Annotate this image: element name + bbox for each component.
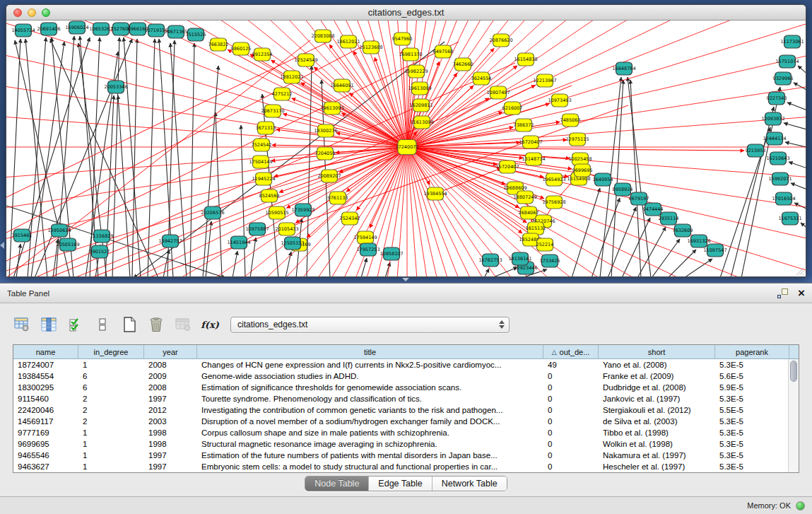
select-all-rows-icon[interactable] xyxy=(66,315,85,334)
graph-node[interactable]: 9860125 xyxy=(231,42,252,55)
graph-node[interactable]: 19756928 xyxy=(542,196,565,209)
table-row[interactable]: 946362711997Embryonic stem cells: a mode… xyxy=(13,461,788,472)
graph-node[interactable]: 6679197 xyxy=(629,192,649,205)
graph-node[interactable]: 10025458 xyxy=(568,153,592,165)
column-header-short[interactable]: short xyxy=(599,345,715,359)
float-panel-icon[interactable] xyxy=(777,288,788,298)
graph-node[interactable]: 7462660 xyxy=(453,58,473,71)
graph-node[interactable]: 5901527 xyxy=(90,245,110,258)
delete-columns-icon[interactable] xyxy=(147,315,165,334)
graph-node[interactable]: 9227343 xyxy=(767,92,787,105)
graph-node[interactable]: 252214 xyxy=(536,238,554,251)
graph-node[interactable]: 18812021 xyxy=(280,71,303,83)
graph-node[interactable]: 8524569 xyxy=(259,189,280,202)
graph-node[interactable]: 20206576 xyxy=(201,206,224,219)
graph-node[interactable]: 16210643 xyxy=(766,152,789,165)
table-row[interactable]: 977716911998Corpus callosum shape and si… xyxy=(13,427,788,438)
graph-node[interactable]: 7524542 xyxy=(252,139,272,151)
graph-node[interactable]: 9215953 xyxy=(746,144,766,157)
graph-node[interactable]: 17594149 xyxy=(353,231,377,244)
graph-node[interactable]: 16906024 xyxy=(65,21,88,34)
graph-node[interactable]: 12213967 xyxy=(533,74,556,87)
graph-node[interactable]: 6497568 xyxy=(433,45,454,58)
graph-node[interactable]: 16981370 xyxy=(399,48,422,61)
graph-node[interactable]: 11451944 xyxy=(227,236,250,249)
network-canvas[interactable]: 1252454918812021427521220673170367131375… xyxy=(6,21,806,277)
table-scrollbar[interactable] xyxy=(788,359,799,472)
graph-node[interactable]: 3915461 xyxy=(12,229,33,242)
tab-edge-table[interactable]: Edge Table xyxy=(369,477,432,491)
graph-node[interactable]: 11945224 xyxy=(252,173,275,185)
graph-node[interactable]: 16648784 xyxy=(612,62,635,75)
graph-node[interactable]: 14136141 xyxy=(508,252,531,265)
graph-node[interactable]: 15982229 xyxy=(404,65,428,78)
graph-node[interactable]: 15751074 xyxy=(775,55,799,68)
table-row[interactable]: 1830029562008Estimation of significance … xyxy=(13,382,788,393)
graph-node[interactable]: 7515526 xyxy=(186,28,206,41)
graph-node[interactable]: 7485063 xyxy=(560,114,581,127)
graph-node[interactable]: 15992071 xyxy=(768,173,792,185)
graph-node[interactable]: 7632609 xyxy=(673,224,693,237)
column-header-name[interactable]: name xyxy=(13,345,78,359)
graph-node[interactable]: 12505153 xyxy=(281,237,304,250)
graph-node[interactable]: 18612021 xyxy=(336,35,360,48)
column-header-title[interactable]: title xyxy=(197,345,543,359)
graph-node[interactable]: 9547960 xyxy=(392,33,413,45)
graph-node[interactable]: 1733426 xyxy=(540,255,560,267)
graph-node[interactable]: 19613093 xyxy=(320,102,343,115)
column-edit-icon[interactable] xyxy=(40,315,58,334)
graph-node[interactable]: 20053346 xyxy=(104,81,127,93)
graph-node[interactable]: 10973493 xyxy=(548,94,571,107)
table-row[interactable]: 1456911722003Disruption of a novel membe… xyxy=(13,416,788,427)
graph-node[interactable]: 12975115 xyxy=(565,133,589,146)
graph-node[interactable]: 7663822 xyxy=(208,38,229,51)
graph-node[interactable]: 18300276 xyxy=(314,124,337,137)
graph-node[interactable]: 10958107 xyxy=(379,247,403,260)
close-window-icon[interactable] xyxy=(13,8,22,17)
column-header-pagerank[interactable]: pagerank xyxy=(715,345,789,359)
graph-node[interactable]: 14671365 xyxy=(164,25,187,38)
graph-node[interactable]: 12093832 xyxy=(761,112,784,125)
graph-node[interactable]: 10590515 xyxy=(265,206,288,219)
tab-node-table[interactable]: Node Table xyxy=(305,477,369,491)
column-header-out_de[interactable]: △out_de... xyxy=(543,345,599,359)
graph-node[interactable]: 2935114 xyxy=(659,212,679,225)
graph-node[interactable]: 20105433 xyxy=(275,223,298,235)
graph-node[interactable]: 7204059 xyxy=(315,147,336,160)
graph-node[interactable]: 17240071 xyxy=(395,140,418,155)
graph-node[interactable]: 9474444 xyxy=(643,203,664,216)
graph-node[interactable]: 19613099 xyxy=(408,82,431,95)
graph-node[interactable]: 19654923 xyxy=(542,173,565,186)
graph-node[interactable]: 11613099 xyxy=(410,116,433,129)
zoom-window-icon[interactable] xyxy=(42,8,50,17)
minimize-window-icon[interactable] xyxy=(28,8,36,17)
table-row[interactable]: 2242004622012Investigating the contribut… xyxy=(13,404,788,416)
graph-node[interactable]: 20876620 xyxy=(489,34,512,47)
scrollbar-thumb[interactable] xyxy=(790,361,797,382)
function-builder-icon[interactable]: f(x) xyxy=(201,315,219,334)
graph-node[interactable]: 11173061 xyxy=(780,35,804,48)
graph-node[interactable]: 16646091 xyxy=(330,79,353,92)
graph-node[interactable]: 17359928 xyxy=(291,204,314,216)
graph-node[interactable]: 9761133 xyxy=(328,192,348,204)
graph-node[interactable]: 10975887 xyxy=(245,223,269,235)
graph-node[interactable]: 9329966 xyxy=(773,72,794,85)
graph-node[interactable]: 16782753 xyxy=(478,254,502,267)
graph-node[interactable]: 13950614 xyxy=(47,224,71,237)
table-row[interactable]: 969969511998Structural magnetic resonanc… xyxy=(13,438,788,450)
table-row[interactable]: 911546021997Tourette syndrome. Phenomeno… xyxy=(13,393,788,404)
window-titlebar[interactable]: citations_edges.txt xyxy=(6,5,806,21)
graph-node[interactable]: 13148734 xyxy=(522,153,545,165)
resize-grip-icon[interactable] xyxy=(796,267,804,276)
graph-node[interactable]: 11675311 xyxy=(778,212,801,225)
graph-node[interactable]: 16154838 xyxy=(514,53,537,66)
graph-node[interactable]: 20691406 xyxy=(37,23,60,35)
graph-node[interactable]: 3624554 xyxy=(471,72,492,85)
graph-node[interactable]: 1640954 xyxy=(593,173,613,186)
graph-node[interactable]: 14055724 xyxy=(11,24,35,37)
graph-node[interactable]: 16720407 xyxy=(519,136,542,148)
table-row[interactable]: 1938455462009Genome-wide association stu… xyxy=(13,370,788,382)
graph-node[interactable]: 12444134 xyxy=(763,132,786,145)
graph-node[interactable]: 12524549 xyxy=(294,54,317,66)
graph-node[interactable]: 7386372 xyxy=(514,119,534,132)
